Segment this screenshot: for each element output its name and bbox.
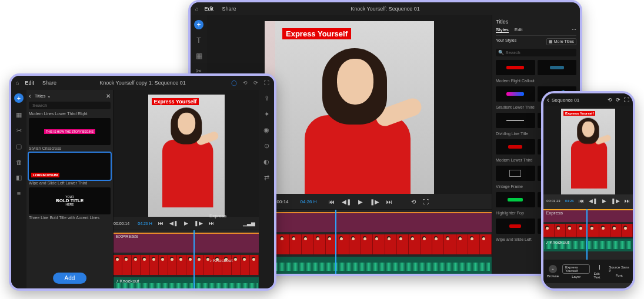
play-icon[interactable]: ▶ [358, 199, 363, 205]
close-icon[interactable]: ✕ [106, 93, 111, 99]
export-icon[interactable]: ⇪ [264, 95, 269, 102]
title-pill[interactable]: Express Yourself [562, 264, 590, 274]
crop-icon[interactable]: ▢ [16, 143, 22, 150]
title-thumb[interactable] [496, 219, 535, 234]
tab-share[interactable]: Share [222, 6, 236, 12]
audio-track-label: ♪ Knockout [546, 240, 569, 245]
home-icon[interactable]: ⌂ [16, 80, 19, 86]
undo-icon[interactable]: ⟲ [243, 80, 248, 86]
undo-icon[interactable]: ⟲ [608, 97, 612, 103]
tablet-timeline[interactable]: EXPRESS ♪ Knockout [114, 230, 259, 288]
add-button[interactable]: Add [53, 273, 87, 284]
fullscreen-icon[interactable]: ⛶ [423, 199, 429, 205]
search-input[interactable]: Search [29, 102, 111, 109]
titles-icon[interactable]: T [196, 36, 201, 45]
audio-icon[interactable]: ◉ [263, 126, 269, 134]
playhead[interactable] [335, 210, 336, 274]
video-canvas[interactable]: Express Yourself [148, 95, 225, 217]
title-thumb[interactable]: THIS IS HOW THE STORY BEGINS [29, 118, 111, 145]
more-icon[interactable]: ⋯ [572, 27, 576, 33]
timecode-total: 04:26 [565, 199, 574, 203]
tab-styles[interactable]: Styles [496, 27, 509, 33]
thumb-caption: Modern Lines Lower Third Right [29, 112, 111, 116]
audio-track-label: ♪ Knockout [209, 258, 233, 263]
title-thumb[interactable] [496, 86, 535, 102]
back-icon[interactable]: ‹ [547, 96, 549, 104]
title-thumb[interactable] [496, 139, 535, 154]
search-input[interactable]: 🔍 Search [496, 49, 576, 56]
scissors-icon[interactable]: ✂ [16, 127, 22, 135]
fullscreen-icon[interactable]: ⛶ [264, 80, 269, 86]
color-icon[interactable]: ◐ [263, 158, 269, 166]
left-tool-rail: + ▦ ✂ ▢ 🗑 ◧ ≡ [11, 90, 26, 288]
home-icon[interactable]: ⌂ [195, 6, 198, 12]
timecode-current: 00:00:14 [114, 221, 129, 226]
thumb-label: Modern Right Callout [496, 79, 576, 83]
redo-icon[interactable]: ⟳ [616, 97, 620, 103]
add-icon[interactable]: + [194, 20, 203, 29]
step-back-icon[interactable]: ◀❚ [169, 220, 178, 226]
title-thumb[interactable] [496, 166, 535, 181]
back-icon[interactable]: ‹ [29, 92, 31, 99]
step-fwd-icon[interactable]: ❚▶ [611, 198, 620, 204]
step-fwd-icon[interactable]: ❚▶ [370, 199, 379, 205]
tab-edit[interactable]: Edit [25, 80, 34, 86]
levels-icon[interactable]: ▁▃▅ [243, 220, 255, 226]
trash-icon[interactable]: 🗑 [16, 159, 22, 166]
title-thumb[interactable] [496, 113, 535, 128]
color-icon[interactable]: ◧ [16, 174, 22, 182]
video-clip[interactable] [114, 255, 259, 275]
title-track-label: Express [546, 210, 563, 216]
skip-start-icon[interactable]: ⏮ [158, 220, 163, 226]
step-back-icon[interactable]: ◀❚ [342, 199, 351, 205]
step-back-icon[interactable]: ◀❚ [589, 198, 598, 204]
title-track-label: Express [209, 213, 226, 219]
video-canvas[interactable]: Express Yourself [561, 109, 615, 194]
fullscreen-icon[interactable]: ⛶ [624, 97, 629, 103]
more-titles-button[interactable]: ▦ More Titles [546, 38, 576, 45]
loop-icon[interactable]: ⟲ [411, 199, 416, 205]
play-icon[interactable]: ▶ [602, 198, 606, 204]
skip-end-icon[interactable]: ⏭ [386, 199, 392, 205]
speed-icon[interactable]: ⊙ [264, 142, 269, 150]
skip-end-icon[interactable]: ⏭ [209, 220, 214, 226]
play-icon[interactable]: ▶ [184, 220, 188, 226]
title-track-label: EXPRESS [116, 234, 138, 239]
title-thumb[interactable] [496, 192, 535, 207]
add-icon[interactable]: + [14, 93, 24, 103]
effects-icon[interactable]: ✦ [264, 110, 269, 118]
skip-start-icon[interactable]: ⏮ [579, 198, 584, 204]
title-thumb[interactable]: YOUR BOLD TITLE HERE [29, 187, 111, 214]
title-thumb[interactable] [538, 60, 577, 75]
title-thumb[interactable] [496, 60, 535, 75]
font-button[interactable]: Source Sans PFont [609, 266, 629, 277]
thumb-caption: Wipe and Slide Left Lower Third [29, 181, 111, 185]
titles-browser-panel: ‹ Titles ⌄ ✕ Search Modern Lines Lower T… [26, 90, 114, 288]
tab-edit[interactable]: Edit [204, 6, 213, 12]
tablet-transport: 00:00:14 04:26 H ⏮ ◀❚ ▶ ❚▶ ⏭ ▁▃▅ [114, 217, 259, 230]
more-icon[interactable]: ≡ [17, 190, 21, 197]
transitions-icon[interactable]: ▦ [196, 52, 202, 60]
tablet-device: ⌂ Edit Share Knock Yourself copy 1: Sequ… [9, 73, 276, 291]
video-clip[interactable] [543, 224, 633, 237]
playhead[interactable] [586, 209, 588, 260]
video-canvas[interactable]: Express Yourself [275, 21, 434, 194]
phone-device: ‹ Sequence 01 ⟲ ⟳ ⛶ Express Yourself 00:… [541, 91, 635, 291]
redo-icon[interactable]: ⟳ [253, 80, 258, 86]
browse-button[interactable]: +Browse [547, 265, 559, 278]
transform-icon[interactable]: ⇄ [264, 174, 269, 182]
skip-end-icon[interactable]: ⏭ [625, 198, 630, 204]
title-thumb-selected[interactable]: LOREM IPSUM [29, 153, 111, 180]
panel-heading[interactable]: Titles ⌄ [35, 93, 51, 99]
tab-share[interactable]: Share [42, 80, 56, 86]
skip-start-icon[interactable]: ⏮ [329, 199, 335, 205]
right-tool-rail: ⇪ ✦ ◉ ⊙ ◐ ⇄ [259, 90, 274, 288]
sync-icon[interactable]: ◯ [231, 80, 237, 86]
step-fwd-icon[interactable]: ❚▶ [194, 220, 203, 226]
tab-edit-titles[interactable]: Edit [515, 27, 523, 33]
phone-timeline[interactable]: Express ♪ Knockout [543, 209, 633, 260]
playhead[interactable] [193, 230, 195, 288]
titles-icon[interactable]: ▦ [16, 111, 22, 119]
edit-text-button[interactable]: IEdit Text [593, 264, 605, 279]
panel-heading: Titles [496, 19, 576, 25]
